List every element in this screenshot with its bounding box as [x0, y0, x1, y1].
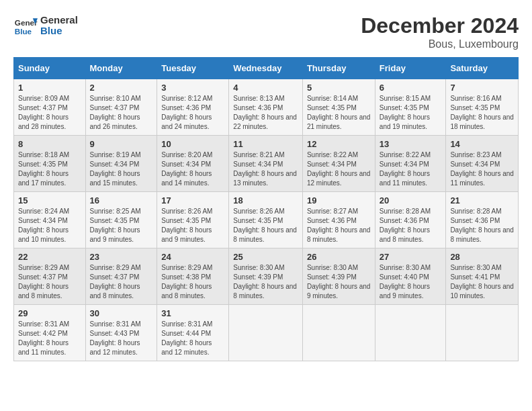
header-day-thursday: Thursday: [302, 58, 375, 79]
location: Bous, Luxembourg: [361, 38, 519, 50]
calendar-cell: 31Sunrise: 8:31 AMSunset: 4:44 PMDayligh…: [157, 305, 229, 361]
calendar-cell: 19Sunrise: 8:27 AMSunset: 4:36 PMDayligh…: [302, 192, 375, 248]
sunset-text: Sunset: 4:34 PM: [233, 161, 283, 168]
day-info: Sunrise: 8:10 AMSunset: 4:37 PMDaylight:…: [90, 94, 153, 132]
calendar-cell: 16Sunrise: 8:25 AMSunset: 4:35 PMDayligh…: [85, 192, 157, 248]
day-number: 5: [307, 83, 371, 93]
calendar-cell: 14Sunrise: 8:23 AMSunset: 4:34 PMDayligh…: [446, 136, 519, 192]
day-number: 31: [161, 308, 224, 318]
header-day-tuesday: Tuesday: [157, 58, 229, 79]
day-number: 19: [307, 195, 371, 205]
sunrise-text: Sunrise: 8:18 AM: [18, 151, 69, 158]
daylight-text: Daylight: 8 hours and 9 minutes.: [380, 283, 430, 300]
day-number: 23: [90, 252, 153, 262]
logo-line1: General: [40, 15, 78, 26]
daylight-text: Daylight: 8 hours and 8 minutes.: [307, 226, 371, 243]
calendar-cell: 7Sunrise: 8:16 AMSunset: 4:35 PMDaylight…: [446, 79, 519, 136]
daylight-text: Daylight: 8 hours and 11 minutes.: [380, 170, 430, 187]
logo-line2: Blue: [40, 26, 78, 37]
daylight-text: Daylight: 8 hours and 8 minutes.: [161, 283, 212, 300]
sunset-text: Sunset: 4:42 PM: [18, 330, 68, 337]
calendar-cell: 24Sunrise: 8:29 AMSunset: 4:38 PMDayligh…: [157, 248, 229, 305]
day-number: 2: [90, 83, 153, 93]
calendar-cell: 1Sunrise: 8:09 AMSunset: 4:37 PMDaylight…: [14, 79, 86, 136]
sunrise-text: Sunrise: 8:22 AM: [307, 151, 358, 158]
day-info: Sunrise: 8:26 AMSunset: 4:35 PMDaylight:…: [233, 207, 298, 244]
sunrise-text: Sunrise: 8:28 AM: [380, 208, 431, 215]
sunrise-text: Sunrise: 8:21 AM: [233, 151, 284, 158]
calendar-cell: 11Sunrise: 8:21 AMSunset: 4:34 PMDayligh…: [229, 136, 303, 192]
calendar-week-row: 1Sunrise: 8:09 AMSunset: 4:37 PMDaylight…: [14, 79, 519, 136]
day-info: Sunrise: 8:14 AMSunset: 4:35 PMDaylight:…: [307, 94, 371, 132]
daylight-text: Daylight: 8 hours and 8 minutes.: [90, 283, 140, 300]
day-info: Sunrise: 8:19 AMSunset: 4:34 PMDaylight:…: [90, 150, 153, 188]
day-info: Sunrise: 8:29 AMSunset: 4:38 PMDaylight:…: [161, 263, 224, 301]
sunrise-text: Sunrise: 8:24 AM: [18, 208, 69, 215]
daylight-text: Daylight: 8 hours and 10 minutes.: [18, 226, 69, 243]
daylight-text: Daylight: 8 hours and 9 minutes.: [161, 226, 212, 243]
calendar-cell: [375, 305, 446, 361]
sunrise-text: Sunrise: 8:09 AM: [18, 95, 69, 102]
calendar-week-row: 22Sunrise: 8:29 AMSunset: 4:37 PMDayligh…: [14, 248, 519, 305]
calendar-header-row: SundayMondayTuesdayWednesdayThursdayFrid…: [14, 58, 519, 79]
day-info: Sunrise: 8:16 AMSunset: 4:35 PMDaylight:…: [450, 94, 514, 132]
calendar-table: SundayMondayTuesdayWednesdayThursdayFrid…: [13, 57, 519, 361]
day-info: Sunrise: 8:28 AMSunset: 4:36 PMDaylight:…: [380, 207, 442, 244]
daylight-text: Daylight: 8 hours and 9 minutes.: [307, 283, 371, 300]
sunrise-text: Sunrise: 8:27 AM: [307, 208, 358, 215]
sunset-text: Sunset: 4:34 PM: [18, 217, 68, 224]
day-number: 29: [18, 308, 81, 318]
day-info: Sunrise: 8:09 AMSunset: 4:37 PMDaylight:…: [18, 94, 81, 132]
daylight-text: Daylight: 8 hours and 9 minutes.: [90, 226, 140, 243]
day-number: 15: [18, 195, 81, 205]
day-number: 30: [90, 308, 153, 318]
sunset-text: Sunset: 4:34 PM: [90, 161, 140, 168]
calendar-cell: 13Sunrise: 8:22 AMSunset: 4:34 PMDayligh…: [375, 136, 446, 192]
day-info: Sunrise: 8:31 AMSunset: 4:44 PMDaylight:…: [161, 320, 224, 357]
daylight-text: Daylight: 8 hours and 8 minutes.: [233, 226, 297, 243]
calendar-cell: [229, 305, 303, 361]
daylight-text: Daylight: 8 hours and 12 minutes.: [161, 339, 212, 356]
header-day-saturday: Saturday: [446, 58, 519, 79]
calendar-cell: 25Sunrise: 8:30 AMSunset: 4:39 PMDayligh…: [229, 248, 303, 305]
calendar-cell: 9Sunrise: 8:19 AMSunset: 4:34 PMDaylight…: [85, 136, 157, 192]
sunrise-text: Sunrise: 8:19 AM: [90, 151, 141, 158]
day-number: 8: [18, 139, 81, 149]
daylight-text: Daylight: 8 hours and 11 minutes.: [18, 339, 69, 356]
sunset-text: Sunset: 4:37 PM: [90, 273, 140, 281]
day-info: Sunrise: 8:31 AMSunset: 4:42 PMDaylight:…: [18, 320, 81, 357]
sunset-text: Sunset: 4:35 PM: [380, 104, 429, 111]
sunrise-text: Sunrise: 8:30 AM: [307, 264, 358, 271]
calendar-cell: 30Sunrise: 8:31 AMSunset: 4:43 PMDayligh…: [85, 305, 157, 361]
sunrise-text: Sunrise: 8:30 AM: [233, 264, 284, 271]
page-header: General Blue General Blue December 2024 …: [13, 13, 519, 50]
sunset-text: Sunset: 4:38 PM: [161, 273, 211, 281]
calendar-cell: 22Sunrise: 8:29 AMSunset: 4:37 PMDayligh…: [14, 248, 86, 305]
calendar-cell: 23Sunrise: 8:29 AMSunset: 4:37 PMDayligh…: [85, 248, 157, 305]
sunrise-text: Sunrise: 8:30 AM: [380, 264, 431, 271]
sunset-text: Sunset: 4:35 PM: [18, 161, 68, 168]
day-number: 9: [90, 139, 153, 149]
daylight-text: Daylight: 8 hours and 11 minutes.: [450, 170, 514, 187]
day-number: 26: [307, 252, 371, 262]
day-number: 28: [450, 252, 514, 262]
day-number: 21: [450, 195, 514, 205]
calendar-cell: 2Sunrise: 8:10 AMSunset: 4:37 PMDaylight…: [85, 79, 157, 136]
day-info: Sunrise: 8:28 AMSunset: 4:36 PMDaylight:…: [450, 207, 514, 244]
sunset-text: Sunset: 4:37 PM: [18, 104, 68, 111]
daylight-text: Daylight: 8 hours and 14 minutes.: [161, 170, 212, 187]
sunrise-text: Sunrise: 8:25 AM: [90, 208, 141, 215]
sunrise-text: Sunrise: 8:29 AM: [90, 264, 141, 271]
daylight-text: Daylight: 8 hours and 22 minutes.: [233, 113, 297, 130]
daylight-text: Daylight: 8 hours and 13 minutes.: [233, 170, 297, 187]
header-day-monday: Monday: [85, 58, 157, 79]
day-info: Sunrise: 8:29 AMSunset: 4:37 PMDaylight:…: [90, 263, 153, 301]
calendar-cell: 28Sunrise: 8:30 AMSunset: 4:41 PMDayligh…: [446, 248, 519, 305]
day-number: 24: [161, 252, 224, 262]
calendar-cell: 21Sunrise: 8:28 AMSunset: 4:36 PMDayligh…: [446, 192, 519, 248]
day-number: 4: [233, 83, 298, 93]
sunset-text: Sunset: 4:35 PM: [307, 104, 357, 111]
daylight-text: Daylight: 8 hours and 28 minutes.: [18, 113, 69, 130]
calendar-week-row: 29Sunrise: 8:31 AMSunset: 4:42 PMDayligh…: [14, 305, 519, 361]
sunset-text: Sunset: 4:37 PM: [18, 273, 68, 281]
